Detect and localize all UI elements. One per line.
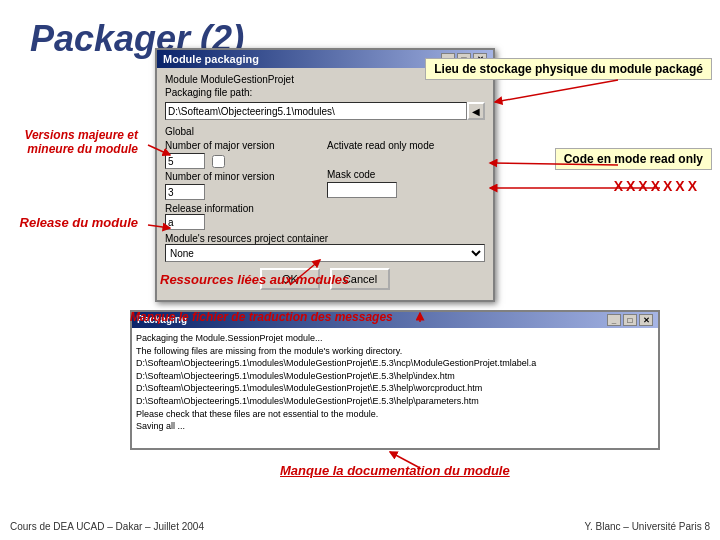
global-section-label: Global — [165, 126, 485, 137]
callout-versions: Versions majeure et mineure du module — [8, 128, 138, 156]
major-version-group: Number of major version Number of minor … — [165, 140, 323, 200]
mask-code-input[interactable] — [327, 182, 397, 198]
callout-readonly: Code en mode read only — [555, 148, 712, 170]
dialog-window: Module packaging _ □ ✕ Module ModuleGest… — [155, 48, 495, 302]
footer-right: Y. Blanc – Université Paris 8 — [585, 521, 710, 532]
log-line-5: D:\Softeam\Objecteering5.1\modules\Modul… — [136, 382, 654, 395]
log-content: Packaging the Module.SessionProjet modul… — [132, 328, 658, 437]
release-row: Release information — [165, 203, 485, 230]
log-close[interactable]: ✕ — [639, 314, 653, 326]
footer-left: Cours de DEA UCAD – Dakar – Juillet 2004 — [10, 521, 204, 532]
minor-version-row — [165, 184, 323, 200]
callout-translation: Manque le fichier de traduction des mess… — [130, 310, 393, 324]
callout-documentation: Manque la documentation du module — [280, 463, 510, 478]
release-label: Release information — [165, 203, 485, 214]
log-maximize[interactable]: □ — [623, 314, 637, 326]
log-line-4: D:\Softeam\Objecteering5.1\modules\Modul… — [136, 370, 654, 383]
svg-line-0 — [495, 80, 618, 102]
callout-release: Release du module — [8, 215, 138, 230]
packaging-label: Packaging file path: — [165, 87, 485, 98]
mask-code-label: Mask code — [327, 169, 485, 180]
log-line-7: Please check that these files are not es… — [136, 408, 654, 421]
callout-ressources: Ressources liées aux modules — [160, 272, 349, 287]
readonly-group: Activate read only mode Mask code — [327, 140, 485, 200]
dialog-body: Module ModuleGestionProjet Packaging fil… — [157, 68, 493, 300]
slide-background: Packager (2) Module packaging _ □ ✕ Modu… — [0, 0, 720, 540]
resources-label: Module's resources project container — [165, 233, 485, 244]
minor-version-label: Number of minor version — [165, 171, 323, 182]
log-minimize[interactable]: _ — [607, 314, 621, 326]
major-version-label: Number of major version — [165, 140, 323, 151]
path-row: ◀ — [165, 102, 485, 120]
callout-mask: XXXXXXX — [614, 178, 700, 194]
log-area: Packaging _ □ ✕ Packaging the Module.Ses… — [130, 310, 660, 450]
release-input[interactable] — [165, 214, 205, 230]
log-line-6: D:\Softeam\Objecteering5.1\modules\Modul… — [136, 395, 654, 408]
major-version-input[interactable] — [165, 153, 205, 169]
log-line-2: The following files are missing from the… — [136, 345, 654, 358]
footer: Cours de DEA UCAD – Dakar – Juillet 2004… — [0, 521, 720, 532]
log-line-3: D:\Softeam\Objecteering5.1\modules\Modul… — [136, 357, 654, 370]
minor-version-input[interactable] — [165, 184, 205, 200]
path-browse-button[interactable]: ◀ — [467, 102, 485, 120]
activate-readonly-label: Activate read only mode — [327, 140, 485, 151]
major-version-row — [165, 153, 323, 169]
path-input[interactable] — [165, 102, 467, 120]
log-line-8: Saving all ... — [136, 420, 654, 433]
dialog-title: Module packaging — [163, 53, 259, 65]
callout-stockage: Lieu de stockage physique du module pack… — [425, 58, 712, 80]
readonly-checkbox[interactable] — [212, 155, 225, 168]
log-line-1: Packaging the Module.SessionProjet modul… — [136, 332, 654, 345]
version-section: Number of major version Number of minor … — [165, 140, 485, 200]
resources-select[interactable]: None — [165, 244, 485, 262]
